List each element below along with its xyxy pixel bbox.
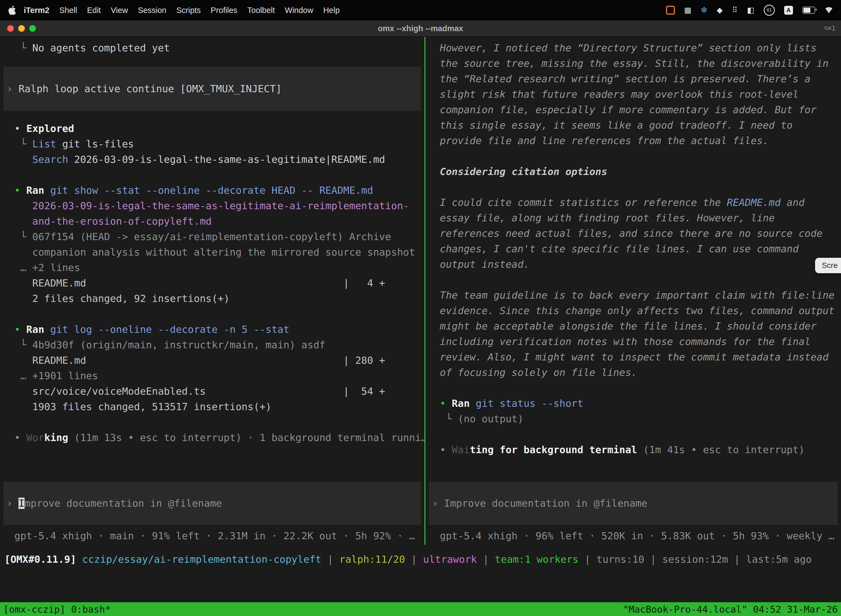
screen-notification[interactable]: Scre <box>815 258 841 273</box>
menu-item-window[interactable]: Window <box>285 6 313 15</box>
terminal-line: … +2 lines <box>0 260 424 276</box>
terminal-line: I could cite commit statistics or refere… <box>425 195 841 210</box>
terminal-line <box>425 148 841 164</box>
menu-app-name[interactable]: iTerm2 <box>24 6 49 15</box>
terminal-line: └ 4b9d30f (origin/main, instructkr/main,… <box>0 337 424 353</box>
window-manager-icon[interactable]: ▦ <box>684 6 692 14</box>
text-segment: • <box>14 185 26 196</box>
text-segment: of focusing solely on file lines. <box>440 367 637 378</box>
wifi-icon[interactable] <box>825 7 833 13</box>
text-segment: ting for background terminal <box>470 444 637 455</box>
text-segment: (11m 13s • esc to interrupt) · 1 backgro… <box>68 432 424 443</box>
text-segment: git show --stat --oneline --decorate HEA… <box>44 185 373 196</box>
text-segment: • <box>14 324 26 335</box>
text-segment: I <box>19 497 25 509</box>
desktop: iTerm2 ShellEditViewSessionScriptsProfil… <box>0 0 841 616</box>
terminal-line: However, I noticed the “Directory Struct… <box>425 40 841 56</box>
tmux-status-bar: [omx-cczip] 0:bash* "MacBook-Pro-44.loca… <box>0 602 841 616</box>
text-segment: companion file, especially if more comme… <box>440 104 816 115</box>
menu-item-shell[interactable]: Shell <box>59 6 77 15</box>
text-segment: | <box>321 554 339 565</box>
terminal-line <box>425 427 841 442</box>
terminal-line: README.md | 4 + <box>0 276 424 291</box>
terminal-line: changes, I can't cite specific file line… <box>425 241 841 257</box>
menu-item-toolbelt[interactable]: Toolbelt <box>247 6 275 15</box>
text-segment: • <box>14 432 26 443</box>
apple-menu-icon[interactable] <box>8 6 16 15</box>
text-segment: | <box>405 554 423 565</box>
text-segment: README.md | 280 + <box>14 355 385 366</box>
text-segment: evidence. Since this change only affects… <box>440 305 834 316</box>
menu-item-session[interactable]: Session <box>138 6 166 15</box>
text-segment: README.md <box>727 197 781 208</box>
menu-item-view[interactable]: View <box>111 6 128 15</box>
text-segment: Wor <box>26 432 44 443</box>
menu-item-edit[interactable]: Edit <box>87 6 101 15</box>
left-prompt-input[interactable]: › Improve documentation in @filename <box>3 482 421 525</box>
terminal-line <box>0 167 424 183</box>
text-segment: └ <box>14 138 32 150</box>
terminal-line: slight risk that future readers may over… <box>425 87 841 102</box>
right-prompt-input[interactable]: › Improve documentation in @filename <box>429 482 838 525</box>
terminal-line: └ 067f154 (HEAD -> essay/ai-reimplementa… <box>0 229 424 245</box>
menu-status-icons: ▦✻◆⠿◧61A <box>666 5 833 16</box>
tmux-panes: └ No agents completed yet› Ralph loop ac… <box>0 37 841 545</box>
terminal-line: Search 2026-03-09-is-legal-the-same-as-l… <box>0 152 424 167</box>
input-source-icon[interactable]: A <box>784 6 793 15</box>
right-pane-scrollback[interactable]: However, I noticed the “Directory Struct… <box>425 37 841 482</box>
terminal-line: • Ran git show --stat --oneline --decora… <box>0 183 424 198</box>
panel-icon[interactable]: ◧ <box>747 6 755 14</box>
menu-item-help[interactable]: Help <box>323 6 340 15</box>
text-segment: However, I noticed the “Directory Struct… <box>440 42 816 54</box>
terminal-line: might be acceptable alongside the file l… <box>425 318 841 334</box>
terminal-line: └ No agents completed yet <box>0 40 424 56</box>
text-segment: 2026-03-09-is-legal-the-same-as-legitima… <box>14 200 409 211</box>
text-segment: I could cite commit statistics or refere… <box>440 197 727 208</box>
terminal-line: README.md | 280 + <box>0 353 424 368</box>
text-segment: team:1 workers <box>495 554 578 565</box>
text-segment: git status --short <box>470 398 583 409</box>
menu-item-scripts[interactable]: Scripts <box>176 6 201 15</box>
text-segment: cczip/essay/ai-reimplementation-copyleft <box>82 554 321 565</box>
text-segment: companion analysis without altering the … <box>14 246 415 258</box>
left-pane-scrollback[interactable]: └ No agents completed yet› Ralph loop ac… <box>0 37 424 482</box>
shortcuts-icon[interactable]: ✻ <box>701 6 707 14</box>
terminal-line: • Waiting for background terminal (1m 41… <box>425 442 841 458</box>
battery-percentage-badge[interactable]: 61 <box>764 5 775 16</box>
text-segment: the source tree, missing the essay. Stil… <box>440 58 829 69</box>
text-segment: … +2 lines <box>14 262 80 273</box>
text-segment: 2026-03-09-is-legal-the-same-as-legitima… <box>68 154 385 165</box>
text-segment: git log --oneline --decorate -n 5 --stat <box>44 324 289 335</box>
app-badge-icon[interactable]: ◆ <box>716 6 722 14</box>
text-segment: README.md | 4 + <box>14 277 385 289</box>
dots-grid-icon[interactable]: ⠿ <box>732 6 738 14</box>
terminal-line: • Working (11m 13s • esc to interrupt) ·… <box>0 430 424 446</box>
text-segment: git ls-files <box>56 138 134 150</box>
text-segment: Ran <box>452 398 470 409</box>
screen-recording-indicator-icon[interactable] <box>666 6 675 15</box>
terminal-line: of focusing solely on file lines. <box>425 365 841 380</box>
terminal-line: essay file, along with finding root file… <box>425 210 841 226</box>
text-segment: output instead. <box>440 259 529 270</box>
text-segment: └ (no output) <box>440 413 523 424</box>
right-pane: However, I noticed the “Directory Struct… <box>425 37 841 545</box>
text-segment: └ 067f154 (HEAD -> essay/ai-reimplementa… <box>14 231 391 242</box>
terminal-line: references need actual files, and since … <box>425 226 841 241</box>
terminal-line: └ List git ls-files <box>0 136 424 152</box>
menu-item-profiles[interactable]: Profiles <box>211 6 237 15</box>
terminal-line: evidence. Since this change only affects… <box>425 303 841 318</box>
text-segment: slight risk that future readers may over… <box>440 89 799 100</box>
tmux-session-label[interactable]: [omx-cczip] 0:bash* <box>3 604 111 615</box>
terminal-line: and-the-erosion-of-copyleft.md <box>0 214 424 229</box>
text-segment: provide file and line references from th… <box>440 135 769 146</box>
text-segment: | <box>477 554 495 565</box>
terminal-line: … +1901 lines <box>0 368 424 384</box>
menu-items: ShellEditViewSessionScriptsProfilesToolb… <box>54 6 344 15</box>
window-title: omx --xhigh --madmax <box>0 24 841 33</box>
terminal-line: review. Also, I might want to inspect th… <box>425 349 841 365</box>
text-segment: essay file, along with finding root file… <box>440 212 775 224</box>
terminal-line: companion file, especially if more comme… <box>425 102 841 117</box>
terminal-line: • Ran git log --oneline --decorate -n 5 … <box>0 322 424 337</box>
terminal-blank-area <box>0 572 841 602</box>
battery-icon[interactable] <box>802 7 815 14</box>
